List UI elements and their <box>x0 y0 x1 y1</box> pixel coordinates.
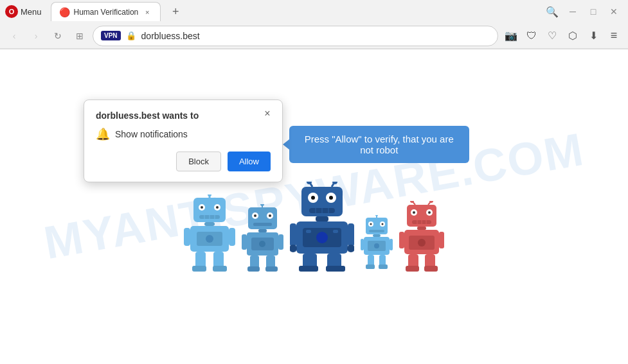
svg-rect-64 <box>299 266 318 272</box>
webpage: MYANTISPYWARE.COM HumanVerification Pres… <box>0 49 628 342</box>
forward-button[interactable]: › <box>27 27 45 45</box>
robots-row <box>184 182 444 272</box>
svg-point-92 <box>428 211 431 214</box>
svg-rect-83 <box>379 264 388 269</box>
svg-rect-34 <box>278 234 283 250</box>
svg-rect-58 <box>290 223 296 247</box>
active-tab[interactable]: 🔴 Human Verification × <box>51 2 161 21</box>
svg-rect-52 <box>316 216 328 221</box>
svg-rect-57 <box>333 230 338 233</box>
svg-point-61 <box>347 245 354 252</box>
callout-box: Press "Allow" to verify, that you are no… <box>289 126 469 163</box>
popup-close-button[interactable]: × <box>260 107 274 121</box>
heart-button[interactable]: ♡ <box>543 27 561 45</box>
browser-chrome: O Menu 🔴 Human Verification × + 🔍 ─ □ ✕ … <box>0 0 628 49</box>
svg-rect-102 <box>439 232 444 248</box>
maximize-button[interactable]: □ <box>584 3 602 21</box>
svg-rect-11 <box>204 222 215 226</box>
svg-rect-79 <box>390 239 393 250</box>
extensions-button[interactable]: ⬡ <box>564 27 582 45</box>
robot-4 <box>361 215 393 272</box>
grid-button[interactable]: ⊞ <box>71 27 89 45</box>
svg-point-23 <box>260 204 264 206</box>
svg-point-47 <box>329 196 333 200</box>
svg-point-100 <box>418 239 426 247</box>
download-button[interactable]: ⬇ <box>584 27 602 45</box>
svg-rect-65 <box>326 266 345 272</box>
svg-point-55 <box>316 232 328 243</box>
robot-3 <box>290 182 354 272</box>
opera-menu-button[interactable]: O Menu <box>5 5 47 18</box>
url-text: dorbluess.best <box>141 31 490 41</box>
svg-point-5 <box>201 206 203 209</box>
svg-point-60 <box>290 245 297 252</box>
svg-rect-19 <box>192 266 206 272</box>
robot-1 <box>184 195 235 272</box>
svg-point-91 <box>413 211 415 214</box>
svg-rect-59 <box>348 223 354 247</box>
popup-site-name: dorbluess.best wants to <box>96 110 271 121</box>
notification-popup: × dorbluess.best wants to 🔔 Show notific… <box>84 100 283 182</box>
svg-rect-97 <box>417 227 426 230</box>
svg-rect-28 <box>253 223 272 226</box>
svg-point-77 <box>374 243 379 248</box>
svg-rect-29 <box>258 229 267 232</box>
toolbar-icons: 📷 🛡 ♡ ⬡ ⬇ ≡ <box>502 27 623 45</box>
main-menu-button[interactable]: ≡ <box>605 27 623 45</box>
svg-point-2 <box>208 195 211 196</box>
svg-rect-106 <box>424 266 438 272</box>
svg-rect-78 <box>361 239 364 250</box>
shield-button[interactable]: 🛡 <box>523 27 541 45</box>
callout-text: Press "Allow" to verify, that you are no… <box>305 134 454 155</box>
svg-rect-82 <box>366 264 375 269</box>
close-button[interactable]: ✕ <box>605 3 623 21</box>
popup-buttons: Block Allow <box>96 152 271 171</box>
popup-permission-label: Show notifications <box>115 129 188 139</box>
allow-button[interactable]: Allow <box>228 152 271 171</box>
svg-rect-105 <box>406 266 419 272</box>
svg-rect-33 <box>242 234 247 250</box>
svg-rect-101 <box>399 232 404 248</box>
reload-button[interactable]: ↻ <box>49 27 67 45</box>
svg-rect-74 <box>373 234 381 237</box>
svg-rect-73 <box>369 230 384 232</box>
tab-close-button[interactable]: × <box>142 7 152 17</box>
svg-rect-20 <box>213 266 227 272</box>
block-button[interactable]: Block <box>176 152 221 171</box>
popup-permission-row: 🔔 Show notifications <box>96 127 271 141</box>
svg-point-14 <box>206 235 213 243</box>
new-tab-button[interactable]: + <box>167 3 184 20</box>
robot-5 <box>399 201 444 272</box>
svg-point-26 <box>254 214 256 217</box>
svg-point-71 <box>370 223 372 225</box>
svg-rect-16 <box>229 228 235 246</box>
svg-point-27 <box>269 214 271 217</box>
tab-favicon: 🔴 <box>59 7 70 17</box>
notification-icon: 🔔 <box>96 127 110 141</box>
tab-title: Human Verification <box>74 8 139 17</box>
robot-2 <box>242 204 283 272</box>
minimize-button[interactable]: ─ <box>564 3 582 21</box>
camera-button[interactable]: 📷 <box>502 27 520 45</box>
address-bar[interactable]: VPN 🔒 dorbluess.best <box>93 26 498 46</box>
svg-rect-38 <box>265 266 278 272</box>
svg-rect-37 <box>247 266 260 272</box>
back-button[interactable]: ‹ <box>5 27 23 45</box>
vpn-badge: VPN <box>101 31 121 40</box>
svg-point-46 <box>311 196 315 200</box>
svg-point-32 <box>259 241 265 247</box>
page-content: HumanVerification Press "Allow" to verif… <box>0 49 628 342</box>
search-button[interactable]: 🔍 <box>543 3 561 21</box>
opera-logo: O <box>5 5 18 18</box>
lock-icon: 🔒 <box>126 31 136 40</box>
address-bar-row: ‹ › ↻ ⊞ VPN 🔒 dorbluess.best 📷 🛡 ♡ ⬡ ⬇ ≡ <box>0 23 628 49</box>
svg-rect-56 <box>306 230 311 233</box>
svg-point-68 <box>375 215 378 216</box>
menu-label: Menu <box>21 7 42 17</box>
svg-point-6 <box>216 206 219 209</box>
svg-rect-15 <box>184 228 190 246</box>
svg-point-72 <box>382 223 384 225</box>
